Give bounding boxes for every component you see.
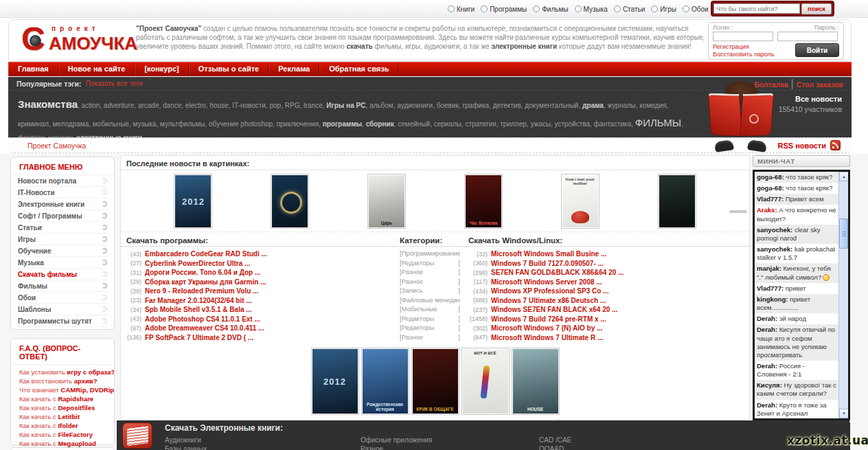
- tag-item[interactable]: мобильные: [93, 120, 129, 128]
- tag-item[interactable]: arcade: [138, 102, 159, 109]
- tag-item[interactable]: криминал: [18, 120, 49, 128]
- download-link[interactable]: Far Manager 2.0.1204(32/64 bit ...: [145, 297, 252, 304]
- nav-item[interactable]: Отзывы о сайте: [189, 62, 269, 76]
- tag-item[interactable]: dance: [163, 102, 181, 109]
- tag-item[interactable]: альбом: [369, 102, 393, 109]
- sidebar-item[interactable]: Музыка: [18, 257, 107, 269]
- footer-link[interactable]: Офисные приложения: [361, 436, 432, 445]
- footer-link[interactable]: Разное: [361, 445, 432, 450]
- category-item[interactable]: [Редакторы]: [397, 315, 460, 324]
- download-link[interactable]: Дороги России. Топо 6.04 и Дор ...: [145, 269, 260, 276]
- download-link[interactable]: Adobe Dreamweaver CS4 10.0.411 ...: [145, 324, 264, 332]
- login-button[interactable]: Войти: [795, 43, 839, 57]
- filter-option[interactable]: Книги: [448, 5, 475, 13]
- chat-username[interactable]: sanyochek:: [757, 226, 792, 234]
- footer-link[interactable]: Аудиокниги: [165, 436, 207, 445]
- tag-item[interactable]: аудиокниги: [397, 102, 433, 109]
- radio-icon[interactable]: [651, 5, 658, 12]
- download-link[interactable]: Adobe Photoshop CS4 11.0.1 Ext ...: [145, 315, 260, 323]
- footer-link[interactable]: Базы данных: [165, 445, 207, 450]
- restore-password-link[interactable]: Восстановить пароль: [713, 51, 775, 58]
- tag-item[interactable]: pop: [269, 102, 281, 109]
- poster-thumbnail[interactable]: Рождественская история: [361, 348, 409, 415]
- tag-item[interactable]: сериалы: [434, 120, 461, 128]
- chat-username[interactable]: goga-68:: [757, 184, 784, 192]
- chat-username[interactable]: Derah:: [757, 401, 777, 409]
- download-link[interactable]: Embarcadero CodeGear RAD Studi ...: [145, 250, 267, 258]
- tag-item[interactable]: RPG: [285, 102, 300, 109]
- faq-item[interactable]: Как установить игру с образа?: [11, 368, 114, 376]
- sidebar-item[interactable]: Игры: [18, 234, 107, 245]
- poster-thumbnail[interactable]: 2012: [311, 348, 359, 415]
- nav-item[interactable]: Реклама: [269, 62, 319, 76]
- category-item[interactable]: [Разное]: [397, 278, 460, 287]
- poster-thumbnail[interactable]: how i met your mother: [561, 174, 599, 229]
- download-link[interactable]: Microsoft Windows 7 Ultimate R ...: [491, 334, 603, 341]
- faq-item[interactable]: Как качать с Ifolder: [11, 421, 114, 430]
- download-link[interactable]: Microsoft Windows 7 (N) AIO by ...: [491, 324, 602, 332]
- tag-item[interactable]: trance: [304, 102, 323, 109]
- filter-option[interactable]: Обои: [683, 5, 709, 13]
- chat-username[interactable]: Derah:: [757, 326, 777, 333]
- tag-item[interactable]: документальный: [525, 102, 578, 109]
- faq-item[interactable]: Как восстановить архив?: [11, 376, 114, 385]
- tag-item[interactable]: ужасы: [530, 120, 551, 128]
- faq-item[interactable]: Как качать с FileFactory: [11, 430, 114, 439]
- radio-icon[interactable]: [575, 5, 582, 12]
- category-item[interactable]: [Мобильные]: [397, 305, 460, 315]
- poster-thumbnail[interactable]: HOUSE: [512, 348, 560, 415]
- sidebar-item[interactable]: Фильмы: [18, 280, 107, 292]
- tag-item[interactable]: фантастика: [594, 120, 632, 128]
- sidebar-item[interactable]: Обучение: [18, 245, 107, 257]
- download-link[interactable]: Windows 7 Ultimate x86 Deutsch ...: [491, 297, 606, 304]
- poster-thumbnail[interactable]: [658, 174, 696, 229]
- footer-link[interactable]: OOA&D: [539, 445, 571, 450]
- tag-item[interactable]: комедия: [639, 102, 666, 109]
- faq-item[interactable]: Как качать с Depositfiles: [11, 403, 114, 412]
- tag-item[interactable]: action: [82, 102, 100, 109]
- category-item[interactable]: [Программирование]: [397, 249, 460, 259]
- poster-thumbnail[interactable]: Царь: [367, 174, 406, 229]
- scrollbar-thumb[interactable]: [839, 218, 848, 249]
- chat-scrollbar[interactable]: ▲ ▼: [838, 172, 848, 418]
- filter-option[interactable]: Игры: [651, 5, 676, 13]
- radio-icon[interactable]: [481, 5, 488, 12]
- download-link[interactable]: Nero 9 - Reloaded Premium Volu ...: [145, 287, 258, 295]
- category-item[interactable]: [Редакторы]: [397, 324, 460, 333]
- radio-icon[interactable]: [448, 5, 455, 12]
- poster-thumbnail[interactable]: [271, 174, 309, 229]
- sidebar-item[interactable]: Софт / Программы: [18, 210, 107, 222]
- tag-item[interactable]: стратегия: [466, 120, 496, 128]
- download-link[interactable]: FP SoftPack 7 Ultimate 2 DVD ( ...: [145, 334, 253, 341]
- sidebar-item[interactable]: IT-Новости: [18, 187, 107, 199]
- category-item[interactable]: [Файловые менеджеры]: [397, 296, 460, 306]
- search-button[interactable]: поиск: [801, 3, 832, 14]
- tag-item[interactable]: мелодрама: [52, 120, 89, 128]
- tag-item[interactable]: графика: [462, 102, 489, 109]
- category-item[interactable]: [Разное]: [397, 268, 460, 278]
- sidebar-item[interactable]: Шаблоны: [18, 304, 107, 315]
- download-link[interactable]: Windows SE7EN FAN BLACK x64 20 ...: [491, 306, 617, 313]
- sidebar-item[interactable]: Статьи: [18, 222, 107, 234]
- tag-item[interactable]: Игры на PC: [326, 102, 365, 109]
- breadcrumb-link[interactable]: Проект Самоучка: [27, 142, 86, 150]
- tag-item[interactable]: устройства: [555, 120, 591, 128]
- filter-option[interactable]: Музыка: [575, 5, 608, 13]
- chat-username[interactable]: Кисуля:: [757, 381, 782, 389]
- chat-username[interactable]: Derah:: [757, 362, 777, 370]
- filter-option[interactable]: Статьи: [614, 5, 645, 13]
- chat-username[interactable]: Derah:: [757, 315, 777, 322]
- tag-item[interactable]: house: [209, 102, 228, 109]
- tag-item[interactable]: триллер: [500, 120, 527, 128]
- poster-thumbnail[interactable]: КРИК В ОБЩАГЕ: [411, 348, 459, 415]
- login-input[interactable]: [713, 32, 773, 41]
- radio-icon[interactable]: [614, 5, 621, 12]
- faq-item[interactable]: Как качать с Letitbit: [11, 412, 114, 421]
- tag-item[interactable]: adventure: [104, 102, 134, 109]
- filter-option[interactable]: Фильмы: [533, 5, 568, 13]
- tag-item[interactable]: боевик: [437, 102, 459, 109]
- download-link[interactable]: Microsoft Windows Small Busine ...: [491, 250, 606, 258]
- download-link[interactable]: Windows XP Professional SP3 Co ...: [491, 287, 608, 295]
- download-link[interactable]: Spb Mobile Shell v3.5.1 & Bala ...: [145, 306, 252, 313]
- tag-item[interactable]: ФИЛЬМЫ: [635, 117, 681, 128]
